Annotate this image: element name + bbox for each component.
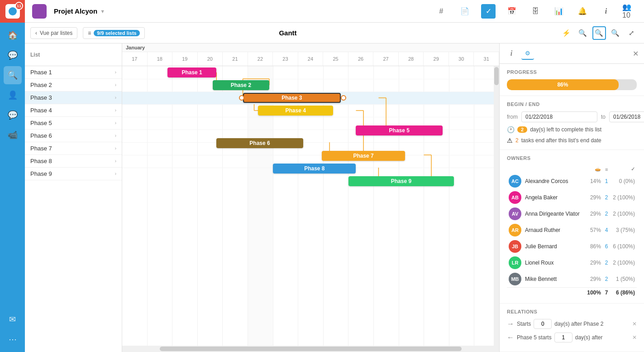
owner-pct: 57% <box>584 222 603 238</box>
lightning-button[interactable]: ⚡ <box>560 26 573 40</box>
phase-5-item[interactable]: Phase 5 › <box>25 117 122 130</box>
phase-7-label: Phase 7 <box>30 145 52 152</box>
owner-count[interactable]: 2 <box>603 255 610 271</box>
phase-6-label: Phase 6 <box>30 132 52 139</box>
phase-4-bar[interactable]: Phase 4 <box>258 106 334 116</box>
owner-avatar: AC <box>509 175 521 188</box>
relation-delete-2[interactable]: ✕ <box>632 334 637 341</box>
bell-icon[interactable]: 🔔 <box>575 4 590 19</box>
gantt-scrollbar-track[interactable] <box>494 66 499 346</box>
zoom-out-button[interactable]: 🔍 <box>576 26 590 40</box>
checkmark-icon[interactable]: ✓ <box>481 4 496 19</box>
project-name[interactable]: Projet Alcyon ▼ <box>54 7 105 15</box>
header-icons: # 📄 ✓ 📅 🗄 📊 🔔 i 👥 10 <box>434 4 637 19</box>
phase-7-item[interactable]: Phase 7 › <box>25 142 122 155</box>
gantt-chart: January 17 18 19 20 21 22 23 24 25 26 27 <box>122 43 499 352</box>
owner-count[interactable]: 1 <box>603 173 610 189</box>
col-avatar <box>507 165 523 173</box>
row-bg-6 <box>122 130 499 142</box>
list-view-button[interactable]: ‹ Vue par listes <box>30 27 77 39</box>
chart-icon[interactable]: 📊 <box>552 4 566 19</box>
gantt-month-row: January <box>122 43 499 52</box>
relation-days-input-1[interactable] <box>534 319 552 329</box>
sidebar-user-icon[interactable]: 👤 <box>4 86 22 104</box>
phase-7-bar-label: Phase 7 <box>353 153 373 159</box>
document-icon[interactable]: 📄 <box>458 4 472 19</box>
info-tab[interactable]: i <box>505 47 518 60</box>
phase-1-bar[interactable]: Phase 1 <box>167 68 216 77</box>
total-done: 6 (86%) <box>610 288 637 298</box>
phase-2-item[interactable]: Phase 2 › <box>25 79 122 92</box>
phase-9-bar-label: Phase 9 <box>391 178 411 184</box>
owner-count[interactable]: 2 <box>603 189 610 206</box>
month-label: January <box>124 45 147 50</box>
phase-6-item[interactable]: Phase 6 › <box>25 130 122 142</box>
owner-done: 1 (50%) <box>610 271 637 288</box>
phase-9-bar[interactable]: Phase 9 <box>348 176 454 186</box>
progress-bar-fill: 86% <box>507 79 619 90</box>
gantt-bottom-thumb[interactable] <box>160 347 461 351</box>
owner-count[interactable]: 6 <box>603 238 610 255</box>
calendar-icon[interactable]: 📅 <box>505 4 519 19</box>
sidebar-home-icon[interactable]: 🏠 <box>4 26 22 44</box>
chevron-right-icon: › <box>115 133 116 138</box>
to-date-input[interactable] <box>609 111 644 122</box>
list-header: List <box>25 43 122 66</box>
phase-8-bar[interactable]: Phase 8 <box>273 164 356 174</box>
sidebar-video-icon[interactable]: 📹 <box>4 126 22 144</box>
phase-8-label: Phase 8 <box>30 158 52 164</box>
gantt-scrollbar-thumb[interactable] <box>494 67 499 85</box>
relation-delete-1[interactable]: ✕ <box>632 321 637 327</box>
phase-9-item[interactable]: Phase 9 › <box>25 168 122 180</box>
total-count[interactable]: 7 <box>603 288 610 298</box>
owner-row: MB Mike Bennett 29% 2 1 (50%) <box>507 271 637 288</box>
phase-8-bar-label: Phase 8 <box>304 165 324 172</box>
owner-count[interactable]: 4 <box>603 222 610 238</box>
users-icon[interactable]: 👥 10 <box>622 4 637 19</box>
gantt-header: January 17 18 19 20 21 22 23 24 25 26 27 <box>122 43 499 66</box>
day-27: 27 <box>373 52 399 66</box>
info-icon[interactable]: i <box>599 4 613 19</box>
right-panel-tabs: i ⚙ ✕ <box>500 43 644 64</box>
relation-row-1: → Starts day(s) after Phase 2 ✕ <box>507 319 637 329</box>
relation-row-2: ← Phase 5 starts day(s) after ✕ <box>507 333 637 342</box>
app-logo[interactable]: 11 <box>0 0 25 23</box>
sidebar-bottom: ✉ ⋯ <box>4 307 22 352</box>
phase-5-bar[interactable]: Phase 5 <box>356 125 443 135</box>
sidebar-mail-icon[interactable]: ✉ <box>4 310 22 328</box>
chevron-right-icon: › <box>115 159 116 164</box>
phase-6-bar[interactable]: Phase 6 <box>216 138 303 148</box>
owner-pct: 29% <box>584 271 603 288</box>
sidebar-search-icon[interactable]: 🔍 <box>4 66 22 84</box>
relation-days-input-2[interactable] <box>554 333 572 342</box>
owner-pct: 29% <box>584 189 603 206</box>
settings-tab[interactable]: ⚙ <box>521 47 534 60</box>
from-date-input[interactable] <box>521 111 597 122</box>
phase-7-bar[interactable]: Phase 7 <box>322 151 405 161</box>
owner-count[interactable]: 2 <box>603 206 610 222</box>
gantt-bottom-scrollbar[interactable] <box>122 346 499 352</box>
sidebar-settings-icon[interactable]: ⋯ <box>4 330 22 348</box>
phase-1-item[interactable]: Phase 1 › <box>25 66 122 79</box>
owner-name: Mike Bennett <box>523 271 584 288</box>
phase-3-item[interactable]: Phase 3 › <box>25 92 122 104</box>
sidebar-message-icon[interactable]: 💬 <box>4 106 22 124</box>
phase-8-item[interactable]: Phase 8 › <box>25 155 122 168</box>
table-icon[interactable]: 🗄 <box>528 4 543 19</box>
phase-4-item[interactable]: Phase 4 › <box>25 104 122 117</box>
expand-button[interactable]: ⤢ <box>625 26 639 40</box>
search-button[interactable]: 🔍 <box>592 26 606 40</box>
selected-lists-button[interactable]: ≡ 9/9 selected lists <box>83 27 144 39</box>
hashtag-icon[interactable]: # <box>434 4 448 19</box>
zoom-in-button[interactable]: 🔍 <box>609 26 622 40</box>
phase-2-bar[interactable]: Phase 2 <box>213 80 269 90</box>
gantt-phase-list: List Phase 1 › Phase 2 › Phase 3 › Phase… <box>25 43 122 352</box>
owner-count[interactable]: 2 <box>603 271 610 288</box>
phase-3-bar[interactable]: Phase 3 <box>243 93 341 103</box>
project-avatar <box>32 4 47 19</box>
progress-bar-container: 86% <box>507 79 637 90</box>
relation-arrow-2: ← <box>507 333 514 342</box>
sidebar-chat-icon[interactable]: 💬 <box>4 46 22 64</box>
close-panel-button[interactable]: ✕ <box>633 49 639 58</box>
phase-4-label: Phase 4 <box>30 107 52 114</box>
